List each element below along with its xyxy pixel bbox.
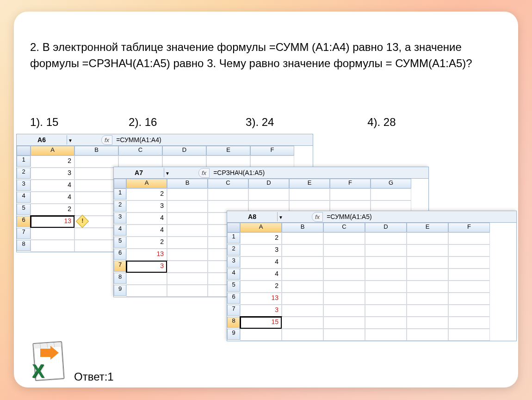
col-header[interactable]: D <box>162 146 206 156</box>
cell[interactable]: 4 <box>240 269 282 281</box>
col-header[interactable]: C <box>118 146 162 156</box>
formula-bar[interactable]: =СУММ(A1:A5) <box>323 212 376 221</box>
row-header[interactable]: 1 <box>227 232 240 244</box>
col-header[interactable]: E <box>407 223 448 232</box>
fx-icon[interactable]: fx <box>198 168 210 178</box>
col-header[interactable]: D <box>248 179 289 188</box>
cell[interactable]: 3 <box>240 305 282 317</box>
formula-bar[interactable]: =СУММ(A1:A4) <box>112 135 165 144</box>
row-header[interactable]: 7 <box>227 305 240 316</box>
cell[interactable]: 2 <box>240 232 282 244</box>
excel-window-3: A8 ▼ fx =СУММ(A1:A5) A B C D E F 12 23 3… <box>227 211 517 341</box>
row-header[interactable]: 3 <box>227 256 240 268</box>
name-box[interactable]: A7 <box>114 168 164 177</box>
row-header[interactable]: 4 <box>227 269 240 280</box>
option-2: 2). 16 <box>129 116 157 129</box>
answer-options: 1). 15 2). 16 3). 24 4). 28 <box>30 116 396 129</box>
col-header[interactable]: E <box>206 146 250 156</box>
cell[interactable]: 13 <box>240 293 282 305</box>
cell[interactable]: 4 <box>126 225 167 237</box>
option-4: 4). 28 <box>367 116 396 129</box>
row-header[interactable]: 4 <box>17 192 31 203</box>
fx-icon[interactable]: fx <box>312 212 323 222</box>
row-header[interactable]: 1 <box>17 156 31 167</box>
answer-label: Ответ:1 <box>74 370 114 383</box>
col-header[interactable]: C <box>323 223 365 232</box>
name-box[interactable]: A6 <box>17 135 67 144</box>
col-header[interactable]: B <box>167 179 208 188</box>
row-header[interactable]: 7 <box>114 261 126 272</box>
cell[interactable]: 4 <box>31 180 74 192</box>
col-header[interactable]: A <box>240 223 282 232</box>
col-header[interactable]: D <box>365 223 407 232</box>
col-header[interactable]: G <box>371 179 411 188</box>
row-header[interactable]: 7 <box>17 228 31 239</box>
chevron-down-icon[interactable]: ▼ <box>164 169 171 176</box>
cell[interactable]: 13 <box>126 249 167 261</box>
row-header[interactable]: 6 <box>17 216 31 227</box>
grid[interactable]: A B C D E F 12 23 34 44 52 613 73 815 9 <box>227 223 516 341</box>
cell[interactable]: 4 <box>31 192 74 204</box>
cell[interactable]: 2 <box>31 156 74 168</box>
row-header[interactable]: 5 <box>227 281 240 292</box>
row-header[interactable]: 2 <box>17 168 31 179</box>
cell[interactable]: 2 <box>240 281 282 293</box>
col-header[interactable]: F <box>330 179 371 188</box>
row-header[interactable]: 6 <box>227 293 240 304</box>
row-header[interactable]: 5 <box>17 204 31 215</box>
cell[interactable]: 2 <box>31 204 74 216</box>
question-text: 2. В электронной таблице значение формул… <box>30 39 497 72</box>
option-1: 1). 15 <box>30 116 58 129</box>
row-header[interactable]: 4 <box>114 225 126 236</box>
excel-file-icon: X <box>25 345 67 384</box>
row-header[interactable]: 8 <box>17 240 31 251</box>
row-header[interactable]: 9 <box>114 285 126 296</box>
cell[interactable]: 2 <box>126 237 167 249</box>
chevron-down-icon[interactable]: ▼ <box>278 213 284 220</box>
col-header[interactable]: B <box>74 146 118 156</box>
cell[interactable]: 2 <box>126 188 167 200</box>
cell[interactable]: 3 <box>31 168 74 180</box>
col-header[interactable]: B <box>282 223 323 232</box>
row-header[interactable]: 8 <box>114 273 126 284</box>
row-header[interactable]: 3 <box>17 180 31 191</box>
name-box[interactable]: A8 <box>227 212 278 221</box>
cell-selected[interactable]: 3 <box>126 261 167 273</box>
row-header[interactable]: 6 <box>114 249 126 260</box>
col-header[interactable]: A <box>31 146 74 156</box>
row-header[interactable]: 9 <box>227 329 240 340</box>
row-header[interactable]: 5 <box>114 237 126 248</box>
slide: 2. В электронной таблице значение формул… <box>14 12 518 388</box>
option-3: 3). 24 <box>246 116 274 129</box>
cell[interactable]: 3 <box>126 200 167 212</box>
cell[interactable]: 4 <box>240 256 282 269</box>
row-header[interactable]: 2 <box>227 244 240 256</box>
chevron-down-icon[interactable]: ▼ <box>67 137 74 143</box>
cell-selected[interactable]: 13 <box>31 216 74 228</box>
col-header[interactable]: E <box>289 179 330 188</box>
cell[interactable]: 4 <box>126 212 167 225</box>
fx-icon[interactable]: fx <box>101 135 112 145</box>
cell-selected[interactable]: 15 <box>240 317 282 329</box>
row-header[interactable]: 3 <box>114 212 126 224</box>
col-header[interactable]: A <box>126 179 167 188</box>
col-header[interactable]: F <box>250 146 294 156</box>
formula-bar[interactable]: =СРЗНАЧ(A1:A5) <box>210 168 268 177</box>
cell[interactable]: 3 <box>240 244 282 256</box>
row-header[interactable]: 2 <box>114 200 126 212</box>
row-header[interactable]: 1 <box>114 188 126 200</box>
col-header[interactable]: F <box>448 223 490 232</box>
row-header[interactable]: 8 <box>227 317 240 328</box>
col-header[interactable]: C <box>208 179 248 188</box>
